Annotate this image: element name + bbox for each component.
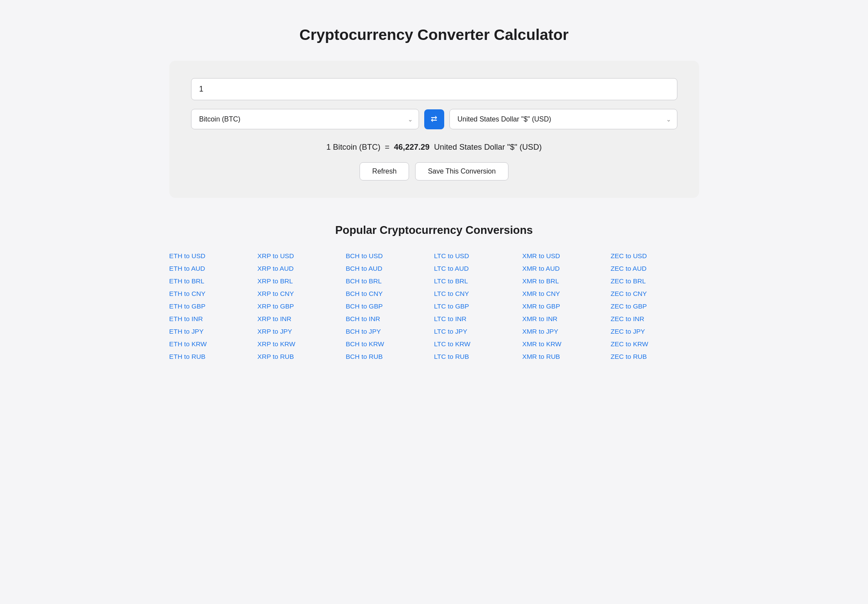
conversion-link[interactable]: XMR to KRW: [522, 340, 611, 348]
result-prefix: 1 Bitcoin (BTC): [326, 142, 380, 151]
conversion-link[interactable]: ZEC to AUD: [611, 265, 699, 272]
conversion-link[interactable]: XMR to CNY: [522, 290, 611, 297]
page-title: Cryptocurrency Converter Calculator: [169, 26, 699, 43]
conversion-link[interactable]: LTC to CNY: [434, 290, 522, 297]
popular-title: Popular Cryptocurrency Conversions: [169, 224, 699, 236]
conversion-link[interactable]: XRP to JPY: [257, 328, 346, 335]
conversion-link[interactable]: ETH to JPY: [169, 328, 257, 335]
conversion-link[interactable]: ZEC to BRL: [611, 277, 699, 285]
conversion-link[interactable]: LTC to KRW: [434, 340, 522, 348]
conversion-link[interactable]: ETH to GBP: [169, 302, 257, 310]
conversion-link[interactable]: LTC to JPY: [434, 328, 522, 335]
save-conversion-button[interactable]: Save This Conversion: [415, 162, 508, 181]
conversion-link[interactable]: ZEC to GBP: [611, 302, 699, 310]
conversion-link[interactable]: BCH to JPY: [346, 328, 434, 335]
conversion-column-2: BCH to USDBCH to AUDBCH to BRLBCH to CNY…: [346, 252, 434, 360]
conversion-link[interactable]: XMR to BRL: [522, 277, 611, 285]
result-suffix: United States Dollar "$" (USD): [434, 142, 541, 151]
conversion-column-4: XMR to USDXMR to AUDXMR to BRLXMR to CNY…: [522, 252, 611, 360]
currency-row: Bitcoin (BTC) ⌄ ⇄ United States Dollar "…: [191, 109, 677, 129]
conversion-link[interactable]: XRP to AUD: [257, 265, 346, 272]
conversion-link[interactable]: XRP to RUB: [257, 353, 346, 360]
conversion-link[interactable]: BCH to GBP: [346, 302, 434, 310]
conversion-link[interactable]: XMR to AUD: [522, 265, 611, 272]
conversion-column-1: XRP to USDXRP to AUDXRP to BRLXRP to CNY…: [257, 252, 346, 360]
conversion-link[interactable]: ZEC to CNY: [611, 290, 699, 297]
amount-input[interactable]: [191, 78, 677, 100]
conversion-link[interactable]: XRP to KRW: [257, 340, 346, 348]
to-currency-select[interactable]: United States Dollar "$" (USD): [449, 109, 677, 129]
conversion-link[interactable]: BCH to AUD: [346, 265, 434, 272]
conversion-link[interactable]: XRP to GBP: [257, 302, 346, 310]
conversion-link[interactable]: ZEC to JPY: [611, 328, 699, 335]
conversion-link[interactable]: BCH to USD: [346, 252, 434, 259]
conversion-link[interactable]: ZEC to KRW: [611, 340, 699, 348]
swap-button[interactable]: ⇄: [424, 109, 444, 129]
conversion-link[interactable]: ETH to CNY: [169, 290, 257, 297]
result-equals: =: [385, 142, 389, 151]
conversion-link[interactable]: ZEC to RUB: [611, 353, 699, 360]
conversion-link[interactable]: ETH to AUD: [169, 265, 257, 272]
conversion-link[interactable]: BCH to BRL: [346, 277, 434, 285]
conversion-link[interactable]: XRP to USD: [257, 252, 346, 259]
conversion-column-3: LTC to USDLTC to AUDLTC to BRLLTC to CNY…: [434, 252, 522, 360]
conversion-link[interactable]: ZEC to INR: [611, 315, 699, 322]
conversion-link[interactable]: XMR to RUB: [522, 353, 611, 360]
from-currency-select[interactable]: Bitcoin (BTC): [191, 109, 419, 129]
conversion-link[interactable]: BCH to INR: [346, 315, 434, 322]
conversion-link[interactable]: LTC to AUD: [434, 265, 522, 272]
conversion-link[interactable]: XRP to INR: [257, 315, 346, 322]
conversion-link[interactable]: XMR to USD: [522, 252, 611, 259]
conversion-link[interactable]: XMR to JPY: [522, 328, 611, 335]
to-currency-wrapper: United States Dollar "$" (USD) ⌄: [449, 109, 677, 129]
conversion-link[interactable]: ETH to INR: [169, 315, 257, 322]
converter-card: Bitcoin (BTC) ⌄ ⇄ United States Dollar "…: [169, 61, 699, 198]
result-row: 1 Bitcoin (BTC) = 46,227.29 United State…: [191, 142, 677, 152]
conversion-link[interactable]: BCH to KRW: [346, 340, 434, 348]
conversion-link[interactable]: XMR to GBP: [522, 302, 611, 310]
refresh-button[interactable]: Refresh: [360, 162, 409, 181]
conversion-link[interactable]: BCH to CNY: [346, 290, 434, 297]
from-currency-wrapper: Bitcoin (BTC) ⌄: [191, 109, 419, 129]
conversions-grid: ETH to USDETH to AUDETH to BRLETH to CNY…: [169, 252, 699, 360]
action-buttons: Refresh Save This Conversion: [191, 162, 677, 181]
conversion-link[interactable]: LTC to GBP: [434, 302, 522, 310]
popular-section: Popular Cryptocurrency Conversions ETH t…: [169, 224, 699, 360]
conversion-link[interactable]: ZEC to USD: [611, 252, 699, 259]
conversion-link[interactable]: LTC to RUB: [434, 353, 522, 360]
conversion-link[interactable]: XRP to CNY: [257, 290, 346, 297]
conversion-column-0: ETH to USDETH to AUDETH to BRLETH to CNY…: [169, 252, 257, 360]
conversion-column-5: ZEC to USDZEC to AUDZEC to BRLZEC to CNY…: [611, 252, 699, 360]
result-value: 46,227.29: [394, 142, 429, 151]
conversion-link[interactable]: XRP to BRL: [257, 277, 346, 285]
swap-icon: ⇄: [431, 115, 437, 124]
conversion-link[interactable]: LTC to INR: [434, 315, 522, 322]
conversion-link[interactable]: ETH to RUB: [169, 353, 257, 360]
conversion-link[interactable]: ETH to USD: [169, 252, 257, 259]
conversion-link[interactable]: ETH to BRL: [169, 277, 257, 285]
conversion-link[interactable]: XMR to INR: [522, 315, 611, 322]
conversion-link[interactable]: LTC to BRL: [434, 277, 522, 285]
conversion-link[interactable]: ETH to KRW: [169, 340, 257, 348]
conversion-link[interactable]: BCH to RUB: [346, 353, 434, 360]
conversion-link[interactable]: LTC to USD: [434, 252, 522, 259]
